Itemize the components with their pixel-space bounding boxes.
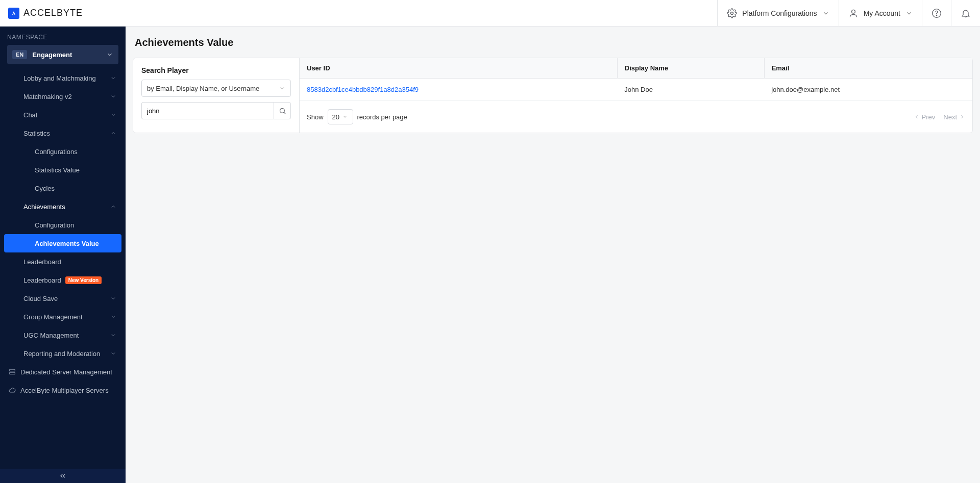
namespace-label: NAMESPACE	[0, 27, 126, 45]
nav-label: Achievements	[23, 203, 65, 211]
nav-label: AccelByte Multiplayer Servers	[20, 387, 109, 394]
svg-rect-5	[10, 372, 15, 374]
nav-label: Reporting and Moderation	[23, 350, 100, 358]
search-panel: Search Player by Email, Display Name, or…	[133, 58, 300, 133]
platform-config-menu[interactable]: Platform Configurations	[717, 0, 838, 26]
nav-label: UGC Management	[23, 332, 79, 339]
sidebar-item-statistics-value[interactable]: Statistics Value	[0, 161, 126, 179]
nav-label: Chat	[23, 111, 37, 119]
svg-rect-4	[10, 369, 15, 371]
page-size-value: 20	[332, 113, 339, 121]
svg-point-0	[731, 12, 733, 14]
th-user-id: User ID	[300, 58, 617, 79]
chevron-down-icon	[106, 51, 113, 58]
sidebar-item-leaderboard-new[interactable]: Leaderboard New Version	[0, 271, 126, 289]
sidebar-item-cloud-save[interactable]: Cloud Save	[0, 289, 126, 308]
svg-point-1	[851, 10, 855, 13]
nav-label: Achievements Value	[35, 240, 99, 247]
pager-rpp-label: records per page	[357, 113, 407, 121]
sidebar-item-group-management[interactable]: Group Management	[0, 308, 126, 326]
gear-icon	[727, 8, 737, 18]
sidebar-item-statistics[interactable]: Statistics	[0, 124, 126, 142]
namespace-tag: EN	[12, 50, 27, 59]
pager-next-label: Next	[943, 113, 957, 121]
nav-label: Lobby and Matchmaking	[23, 74, 96, 82]
user-icon	[848, 8, 859, 18]
chevron-up-icon	[110, 204, 116, 210]
sidebar-item-lobby-matchmaking[interactable]: Lobby and Matchmaking	[0, 69, 126, 87]
nav-label: Statistics	[23, 130, 50, 137]
search-icon	[279, 107, 286, 115]
sidebar-collapse-button[interactable]	[0, 469, 126, 483]
server-icon	[8, 368, 16, 376]
new-version-badge: New Version	[65, 276, 102, 284]
my-account-menu[interactable]: My Account	[839, 0, 922, 26]
cloud-icon	[8, 386, 16, 394]
nav-label: Cycles	[35, 185, 55, 192]
pager-prev-label: Prev	[922, 113, 936, 121]
sidebar-item-leaderboard[interactable]: Leaderboard	[0, 252, 126, 271]
namespace-name: Engagement	[32, 51, 101, 59]
sidebar-item-chat[interactable]: Chat	[0, 106, 126, 124]
svg-line-7	[284, 112, 285, 114]
notifications-button[interactable]	[951, 0, 980, 26]
page-title: Achievements Value	[126, 27, 980, 58]
chevron-right-icon	[959, 114, 965, 120]
sidebar-item-reporting-moderation[interactable]: Reporting and Moderation	[0, 344, 126, 363]
main-panel: Search Player by Email, Display Name, or…	[133, 58, 973, 133]
chevron-down-icon	[110, 112, 116, 118]
search-mode-value: by Email, Display Name, or Username	[147, 85, 259, 92]
results-panel: User ID Display Name Email 8583d2cbf1ce4…	[300, 58, 972, 133]
chevron-down-icon	[279, 85, 285, 91]
brand-text: ACCELBYTE	[23, 8, 83, 18]
nav-label: Group Management	[23, 313, 83, 321]
search-button[interactable]	[274, 102, 291, 119]
chevron-down-icon	[110, 314, 116, 320]
sidebar-item-statistics-configurations[interactable]: Configurations	[0, 142, 126, 161]
chevron-double-left-icon	[59, 472, 67, 480]
search-heading: Search Player	[141, 66, 291, 74]
brand[interactable]: ACCELBYTE	[0, 0, 126, 26]
nav-label: Leaderboard	[23, 276, 61, 284]
page-size-select[interactable]: 20	[328, 109, 353, 124]
search-input[interactable]	[141, 102, 274, 119]
pager-next-button[interactable]: Next	[943, 113, 965, 121]
sidebar-nav: Lobby and Matchmaking Matchmaking v2 Cha…	[0, 68, 126, 469]
th-email: Email	[764, 58, 972, 79]
chevron-left-icon	[914, 114, 920, 120]
topbar: ACCELBYTE Platform Configurations My Acc…	[0, 0, 980, 27]
sidebar-item-ugc-management[interactable]: UGC Management	[0, 326, 126, 344]
sidebar-item-achievements[interactable]: Achievements	[0, 197, 126, 216]
pager: Show 20 records per page Prev Next	[300, 101, 972, 124]
user-id-link[interactable]: 8583d2cbf1ce4bbdb829f1a8d2a354f9	[307, 86, 419, 93]
nav-label: Configuration	[35, 221, 74, 229]
sidebar-item-achievements-configuration[interactable]: Configuration	[0, 216, 126, 234]
nav-label: Cloud Save	[23, 295, 58, 302]
platform-config-label: Platform Configurations	[742, 9, 817, 17]
pager-prev-button[interactable]: Prev	[914, 113, 936, 121]
nav-label: Leaderboard	[23, 258, 61, 266]
chevron-down-icon	[110, 75, 116, 81]
sidebar-item-statistics-cycles[interactable]: Cycles	[0, 179, 126, 197]
results-table: User ID Display Name Email 8583d2cbf1ce4…	[300, 58, 972, 101]
sidebar-item-dedicated-server-management[interactable]: Dedicated Server Management	[0, 363, 126, 381]
sidebar-item-accelbyte-multiplayer-servers[interactable]: AccelByte Multiplayer Servers	[0, 381, 126, 399]
search-mode-select[interactable]: by Email, Display Name, or Username	[141, 80, 291, 97]
my-account-label: My Account	[864, 9, 900, 17]
brand-logo-icon	[8, 8, 19, 19]
chevron-up-icon	[110, 130, 116, 136]
pager-show-label: Show	[307, 113, 324, 121]
th-display-name: Display Name	[617, 58, 764, 79]
chevron-down-icon	[110, 93, 116, 99]
svg-point-3	[936, 15, 937, 15]
sidebar-item-matchmaking-v2[interactable]: Matchmaking v2	[0, 87, 126, 106]
chevron-down-icon	[110, 350, 116, 357]
sidebar: NAMESPACE EN Engagement Lobby and Matchm…	[0, 27, 126, 483]
nav-label: Matchmaking v2	[23, 93, 72, 100]
nav-label: Statistics Value	[35, 166, 80, 174]
namespace-selector[interactable]: EN Engagement	[7, 45, 118, 64]
bell-icon	[961, 8, 971, 18]
chevron-down-icon	[822, 10, 829, 17]
help-button[interactable]	[922, 0, 951, 26]
sidebar-item-achievements-value[interactable]: Achievements Value	[4, 234, 121, 252]
